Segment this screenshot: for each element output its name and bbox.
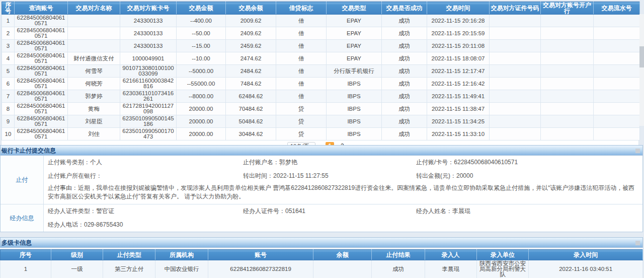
table-row[interactable]: 56228450068040610571何雪琴90107130801001000… [2, 65, 640, 78]
table-cell: 借 [276, 40, 327, 52]
table-cell [541, 40, 594, 52]
column-header: 余额 [313, 250, 372, 260]
table-cell: 2022-11-16 03:40:51 [529, 260, 643, 278]
field-transfer-time: 转出时间：2022-11-15 11:27:55 [243, 172, 416, 180]
table-cell [490, 90, 541, 103]
table-cell: 成功 [382, 103, 427, 115]
table-cell: 贷 [276, 115, 327, 128]
table-cell: 5 [2, 65, 15, 78]
table-cell: 2022-11-15 20:11:08 [427, 40, 490, 52]
table-cell: 62484.62 [226, 90, 276, 103]
panel-corner-icon[interactable] [635, 149, 640, 153]
table-cell: 贷 [276, 128, 327, 141]
multi-card-header-row: 序号级别止付类型所属机构账号余额止付结果录入人录入单位录入时间 [1, 250, 643, 260]
stop-payment-fields: 止付账号类别：个人 止付账户名：郭梦艳 止付账/卡号：6228450068040… [44, 156, 642, 204]
table-cell [541, 52, 594, 65]
panel-corner-icon[interactable] [635, 241, 640, 245]
table-cell: 20000.00 [177, 128, 226, 141]
column-header: 所属机构 [155, 250, 208, 260]
field-row: 止付账户所在银行： 转出时间：2022-11-15 11:27:55 转出金额(… [48, 169, 638, 183]
table-cell [594, 78, 640, 90]
table-cell: 何晓芳 [68, 78, 120, 90]
table-cell [594, 128, 640, 141]
table-row[interactable]: 26228450068040610571243300133--50.002409… [2, 27, 640, 40]
transactions-header-row: 序号查询账号交易对方名称交易对方账卡号交易金额交易余额借贷标志交易类型交易是否成… [2, 2, 640, 15]
table-cell: 8 [2, 103, 15, 115]
table-cell: 成功 [372, 260, 425, 278]
column-header: 交易余额 [226, 2, 276, 15]
table-cell: 6228450068040610571 [15, 90, 68, 103]
table-cell: 郭梦婷 [68, 90, 120, 103]
table-cell [490, 65, 541, 78]
table-cell: 成功 [382, 65, 427, 78]
table-cell: 30484.62 [226, 128, 276, 141]
table-cell: 6228412860827322819 [208, 260, 313, 278]
table-row[interactable]: 76228450068040610571郭梦婷62303611010734162… [2, 90, 640, 103]
table-cell: 成功 [382, 90, 427, 103]
table-row[interactable]: 96228450068040610571刘星臣62350109905001451… [2, 115, 640, 128]
table-cell: 2009.62 [226, 15, 276, 27]
column-header: 借贷标志 [276, 2, 327, 15]
stop-payment-panel-body: 止付 止付账号类别：个人 止付账户名：郭梦艳 止付账/卡号：6228450068… [0, 156, 643, 232]
group-label-handler-info: 经办信息 [1, 204, 44, 232]
table-cell [490, 128, 541, 141]
table-cell: 借 [276, 15, 327, 27]
column-header: 止付类型 [103, 250, 155, 260]
table-cell: 2022-11-15 11:38:47 [427, 103, 490, 115]
table-cell: 6217281942001127098 [120, 103, 177, 115]
table-cell: 借 [276, 65, 327, 78]
table-cell [541, 115, 594, 128]
scrollbar-thumb[interactable] [639, 46, 644, 67]
table-cell: IBPS [327, 90, 382, 103]
table-row[interactable]: 86228450068040610571黄梅621728194200112709… [2, 103, 640, 115]
table-cell: 6228450068040610571 [15, 128, 68, 141]
table-row[interactable]: 1一级第三方止付中国农业银行6228412860827322819成功李晨琨陕西… [1, 260, 643, 278]
table-cell: 一级 [51, 260, 103, 278]
field-account-category: 止付账号类别：个人 [48, 158, 243, 167]
table-cell: 借 [276, 52, 327, 65]
table-cell: 2459.62 [226, 40, 276, 52]
table-cell [594, 40, 640, 52]
table-cell: 2022-11-15 11:33:10 [427, 128, 490, 141]
table-cell: IBPS [327, 103, 382, 115]
table-cell: 财付通微信支付 [68, 52, 120, 65]
table-cell: 6 [2, 78, 15, 90]
table-cell [541, 128, 594, 141]
table-row[interactable]: 46228450068040610571财付通微信支付1000049901--1… [2, 52, 640, 65]
table-cell: 借 [276, 27, 327, 40]
table-cell: 6228450068040610571 [15, 52, 68, 65]
table-row[interactable]: 66228450068040610571何晓芳62166116000038428… [2, 78, 640, 90]
transaction-query-results: 序号查询账号交易对方名称交易对方账卡号交易金额交易余额借贷标志交易类型交易是否成… [1, 2, 639, 152]
table-cell: --55000.00 [177, 78, 226, 90]
column-header: 交易对方名称 [68, 2, 120, 15]
table-cell: 2022-11-15 11:49:41 [427, 90, 490, 103]
column-header: 止付结果 [372, 250, 425, 260]
table-cell [490, 27, 541, 40]
table-row[interactable]: 16228450068040610571243300133--400.00200… [2, 15, 640, 27]
multi-card-table: 序号级别止付类型所属机构账号余额止付结果录入人录入单位录入时间 1一级第三方止付… [0, 249, 643, 278]
table-row[interactable]: 106228450068040610571刘佳62350109905001704… [2, 128, 640, 141]
table-cell: 6230361101073416261 [120, 90, 177, 103]
table-cell [594, 65, 640, 78]
table-cell [490, 103, 541, 115]
table-cell [541, 103, 594, 115]
column-header: 查询账号 [15, 2, 68, 15]
stop-payment-panel-header: 银行卡止付提交信息 [0, 145, 643, 156]
column-header: 序号 [2, 2, 15, 15]
table-cell: 1 [2, 15, 15, 27]
table-cell: 第三方止付 [103, 260, 155, 278]
table-cell: 6228450068040610571 [15, 40, 68, 52]
column-header: 录入单位 [476, 250, 529, 260]
table-row[interactable]: 36228450068040610571243300133--15.002459… [2, 40, 640, 52]
stop-payment-panel: 银行卡止付提交信息 止付 止付账号类别：个人 止付账户名：郭梦艳 止付账/卡号：… [0, 145, 643, 232]
table-cell: 2484.62 [226, 65, 276, 78]
scrollbar-track[interactable] [639, 14, 644, 126]
column-header: 账号 [208, 250, 313, 260]
field-handler-id-number: 经办人证件号：051641 [243, 207, 416, 216]
table-cell: IBPS [327, 115, 382, 128]
table-cell: IBPS [327, 78, 382, 90]
field-transfer-amount: 转出金额(元)：20000 [416, 172, 638, 180]
table-cell [68, 40, 120, 52]
table-cell [313, 260, 372, 278]
table-cell: 贷 [276, 103, 327, 115]
